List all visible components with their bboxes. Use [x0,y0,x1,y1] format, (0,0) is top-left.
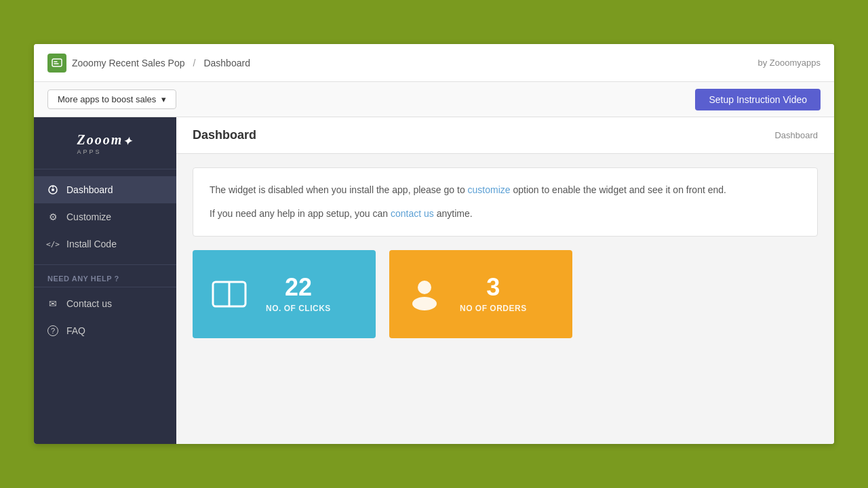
sidebar-logo: Zooom✦ APPS [34,117,176,169]
clicks-info: 22 NO. OF CLICKS [266,275,331,313]
code-icon: </> [47,239,58,249]
content-body: The widget is disabled when you install … [176,154,834,352]
app-name-label: Zooomy Recent Sales Pop [72,58,185,68]
orders-info: 3 NO OF ORDERS [460,275,527,313]
sidebar: Zooom✦ APPS Dashboard [34,117,176,444]
dashboard-label: Dashboard [66,184,113,195]
top-bar: Zooomy Recent Sales Pop / Dashboard by Z… [34,44,834,82]
sidebar-item-install-code[interactable]: </> Install Code [34,230,176,258]
second-bar: More apps to boost sales ▾ Setup Instruc… [34,82,834,117]
orders-icon [406,275,443,313]
clicks-card: 22 NO. OF CLICKS [193,250,376,338]
logo-sub: APPS [77,148,134,155]
contact-label: Contact us [66,298,112,309]
customize-label: Customize [66,211,111,222]
breadcrumb: Zooomy Recent Sales Pop / Dashboard [47,54,250,73]
content-breadcrumb: Dashboard [774,130,818,140]
setup-video-button[interactable]: Setup Instruction Video [695,89,821,110]
clicks-label: NO. OF CLICKS [266,304,331,313]
chevron-down-icon: ▾ [161,94,166,104]
orders-card: 3 NO OF ORDERS [389,250,572,338]
page-title: Dashboard [193,128,256,142]
main-layout: Zooom✦ APPS Dashboard [34,117,834,444]
install-code-label: Install Code [66,239,117,249]
sidebar-item-dashboard[interactable]: Dashboard [34,176,176,203]
faq-label: FAQ [66,325,85,336]
contact-link[interactable]: contact us [391,208,434,219]
question-icon: ? [47,325,58,336]
sidebar-nav: Dashboard ⚙ Customize </> Install Code [34,169,176,265]
by-label: by Zooomyapps [758,58,821,68]
orders-value: 3 [460,275,527,300]
breadcrumb-separator: / [193,58,196,68]
clicks-icon [209,274,250,314]
content-header: Dashboard Dashboard [176,117,834,154]
svg-point-7 [412,297,437,310]
svg-rect-0 [52,59,62,66]
svg-point-2 [52,188,54,191]
dashboard-icon [47,184,58,195]
app-icon [47,54,66,73]
page-name-label: Dashboard [203,58,250,68]
sidebar-help-section: NEED ANY HELP ? ✉ Contact us ? FAQ [34,265,176,344]
logo-text: Zooom✦ [77,131,134,148]
help-section-label: NEED ANY HELP ? [34,265,176,287]
sidebar-item-customize[interactable]: ⚙ Customize [34,203,176,230]
customize-link[interactable]: customize [468,184,511,195]
content-area: Dashboard Dashboard The widget is disabl… [176,117,834,444]
stats-row: 22 NO. OF CLICKS 3 [193,250,818,338]
orders-label: NO OF ORDERS [460,304,527,313]
info-box: The widget is disabled when you install … [193,167,818,237]
email-icon: ✉ [47,298,58,309]
sidebar-item-faq[interactable]: ? FAQ [34,317,176,344]
info-line-1: The widget is disabled when you install … [210,182,801,199]
svg-point-6 [418,281,431,294]
clicks-value: 22 [266,275,331,300]
sidebar-item-contact[interactable]: ✉ Contact us [34,290,176,317]
gear-icon: ⚙ [47,211,58,222]
more-apps-button[interactable]: More apps to boost sales ▾ [47,89,176,109]
info-line-2: If you need any help in app setup, you c… [210,205,801,222]
